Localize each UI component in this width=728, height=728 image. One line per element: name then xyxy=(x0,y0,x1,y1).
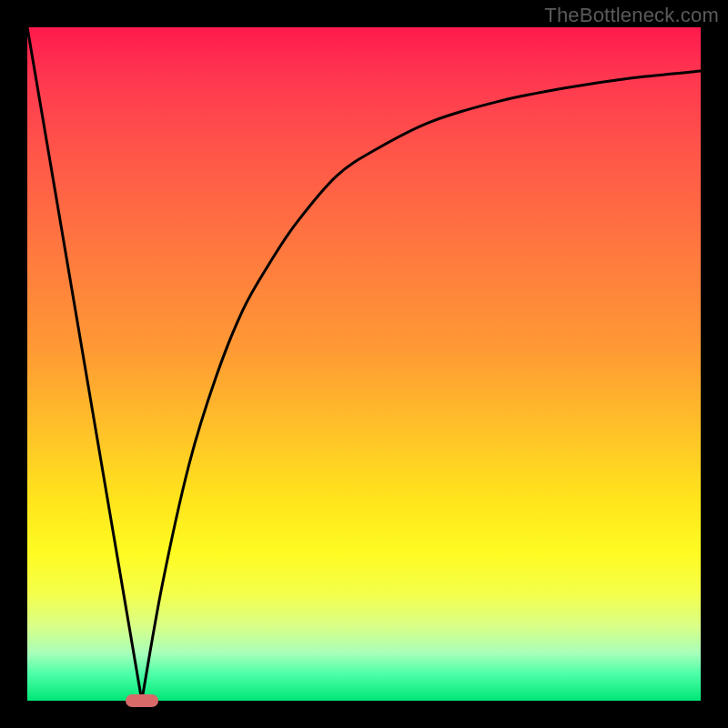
plot-area xyxy=(27,27,701,701)
watermark-text: TheBottleneck.com xyxy=(544,4,719,27)
chart-frame: TheBottleneck.com xyxy=(0,0,728,728)
right-curve-path xyxy=(142,71,701,701)
optimal-marker xyxy=(126,694,158,707)
curve-layer xyxy=(27,27,701,701)
left-line-path xyxy=(27,27,142,701)
